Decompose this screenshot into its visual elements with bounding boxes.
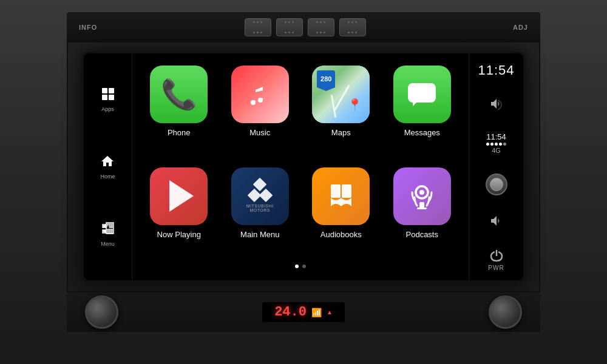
app-item-phone[interactable]: 📞 Phone: [141, 66, 217, 158]
maps-pin: 📍: [347, 98, 362, 112]
app-item-messages[interactable]: Messages: [385, 66, 460, 158]
podcasts-label: Podcasts: [406, 230, 438, 239]
audiobooks-label: Audiobooks: [320, 230, 362, 239]
fn-btn-3[interactable]: [308, 18, 334, 36]
app-item-nowplaying[interactable]: Now Playing: [141, 167, 217, 260]
apps-icon: [101, 87, 115, 104]
home-btn-inner: [490, 178, 503, 191]
mitsubishi-text: MITSUBISHIMOTORS: [246, 204, 274, 212]
frequency-display: 24.0: [274, 305, 307, 320]
maps-inner: 280 📍: [312, 66, 370, 123]
svg-rect-1: [109, 88, 114, 93]
right-knob[interactable]: [489, 295, 522, 329]
svg-point-10: [419, 190, 424, 195]
app-grid: 📞 Phone Music: [141, 66, 459, 260]
screen-unit: Apps Home: [67, 42, 540, 292]
svg-rect-11: [419, 202, 424, 208]
maps-icon: 280 📍: [312, 66, 370, 123]
apps-label: Apps: [101, 106, 114, 112]
svg-rect-6: [408, 83, 436, 103]
info-button[interactable]: INFO: [79, 24, 97, 31]
svg-rect-8: [342, 184, 351, 198]
home-label: Home: [100, 174, 115, 180]
fn-btn-1[interactable]: [245, 18, 271, 36]
signal-dot-3: [495, 143, 498, 146]
mainmenu-label: Main Menu: [240, 230, 279, 239]
signal-dot-2: [490, 143, 493, 146]
sidebar-item-menu[interactable]: Menu: [96, 217, 120, 252]
bottom-display: 24.0 📶 ▲: [262, 302, 345, 322]
wifi-icon: 📶: [311, 308, 322, 317]
page-dots: [141, 265, 459, 268]
signal-dot-1: [486, 143, 489, 146]
svg-rect-0: [102, 88, 107, 93]
signal-icon: ▲: [327, 309, 333, 315]
right-sidebar: 11:54 11:54: [469, 53, 523, 280]
svg-rect-5: [103, 230, 106, 232]
volume-down-button[interactable]: [489, 215, 504, 230]
home-physical-button[interactable]: [486, 174, 507, 195]
app-item-podcasts[interactable]: Podcasts: [385, 167, 460, 260]
nowplaying-icon: [150, 167, 208, 225]
menu-icon: [101, 221, 115, 238]
page-dot-2: [302, 265, 306, 268]
top-bar: INFO ADJ: [67, 12, 540, 42]
sidebar-item-apps[interactable]: Apps: [96, 82, 120, 117]
mitsubishi-logo: MITSUBISHIMOTORS: [246, 180, 274, 212]
signal-dot-5: [503, 143, 506, 146]
signal-dots: [486, 143, 506, 146]
phone-label: Phone: [168, 128, 191, 137]
maps-shield: 280: [317, 70, 335, 87]
fn-btn-2[interactable]: [276, 18, 303, 36]
power-label: PWR: [488, 265, 504, 271]
svg-rect-7: [331, 184, 341, 198]
left-sidebar: Apps Home: [84, 53, 132, 280]
play-triangle: [169, 180, 194, 212]
svg-rect-2: [102, 95, 107, 100]
display-screen: 24.0 📶 ▲: [262, 302, 345, 322]
svg-rect-4: [103, 225, 106, 228]
podcasts-icon: [393, 167, 451, 225]
function-buttons: [245, 18, 366, 36]
nowplaying-label: Now Playing: [157, 230, 201, 239]
phone-symbol: 📞: [161, 78, 197, 112]
app-item-music[interactable]: Music: [223, 66, 298, 158]
messages-label: Messages: [404, 128, 440, 137]
signal-dot-4: [499, 143, 502, 146]
app-item-mainmenu[interactable]: MITSUBISHIMOTORS Main Menu: [223, 167, 298, 260]
app-item-maps[interactable]: 280 📍 Maps: [304, 66, 379, 158]
volume-up-button[interactable]: [489, 98, 504, 113]
bottom-panel: 24.0 📶 ▲: [67, 292, 540, 332]
mainmenu-icon: MITSUBISHIMOTORS: [231, 167, 289, 225]
adj-button[interactable]: ADJ: [513, 24, 528, 31]
menu-label: Menu: [101, 241, 115, 247]
power-button[interactable]: PWR: [488, 249, 504, 271]
main-content: 📞 Phone Music: [132, 53, 469, 280]
status-info: 11:54 4G: [486, 132, 506, 154]
status-time: 11:54: [486, 132, 506, 141]
left-knob[interactable]: [85, 295, 118, 329]
fn-btn-4[interactable]: [339, 18, 366, 36]
phone-icon: 📞: [150, 66, 208, 123]
app-item-audiobooks[interactable]: Audiobooks: [304, 167, 379, 260]
page-dot-1: [295, 265, 299, 268]
messages-icon: [393, 66, 451, 123]
clock-display: 11:54: [478, 62, 514, 78]
svg-rect-12: [417, 207, 427, 209]
network-label: 4G: [492, 147, 501, 154]
maps-label: Maps: [331, 128, 351, 137]
sidebar-item-home[interactable]: Home: [95, 149, 120, 184]
svg-rect-3: [109, 95, 114, 100]
music-label: Music: [249, 128, 270, 137]
music-icon: [231, 66, 289, 123]
car-body: INFO ADJ: [0, 0, 607, 364]
audiobooks-icon: [312, 167, 370, 225]
home-icon: [100, 154, 115, 171]
screen-bezel: Apps Home: [82, 52, 525, 282]
